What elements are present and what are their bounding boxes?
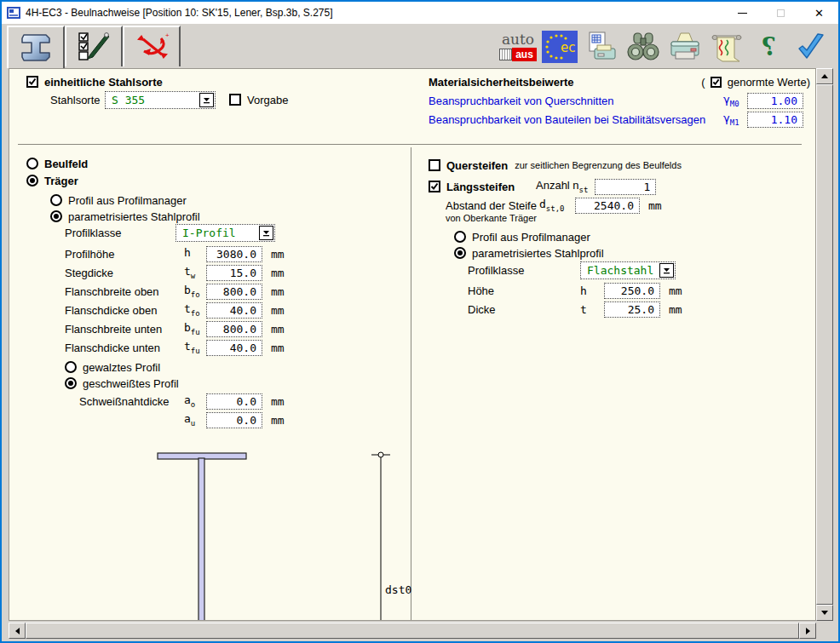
svg-text:ec: ec xyxy=(561,40,575,55)
value-field[interactable]: 3080.0 xyxy=(206,246,262,262)
abstand-note-row: von Oberkante Träger xyxy=(446,210,537,227)
genormte-werte-checkbox[interactable] xyxy=(711,77,722,88)
print-button[interactable] xyxy=(667,29,703,65)
value-field[interactable]: 0.0 xyxy=(206,412,262,428)
gamma-m1-label: Beanspruchbarkeit von Bauteilen bei Stab… xyxy=(429,113,723,126)
tab-no-calculation[interactable]: + xyxy=(123,26,181,66)
abstand-field[interactable]: 2540.0 xyxy=(575,198,640,214)
dropdown-button[interactable] xyxy=(259,226,273,240)
st-profilmanager-radio[interactable] xyxy=(454,231,466,243)
scroll-right-button[interactable] xyxy=(799,623,816,639)
st-profilklasse-value: Flachstahl xyxy=(581,264,659,277)
parametrisiert-radio[interactable] xyxy=(50,210,62,222)
st-parametrisiert-radio[interactable] xyxy=(454,247,466,259)
field-label: Flanschbreite oben xyxy=(65,285,184,298)
profilklasse-dropdown[interactable]: I-Profil xyxy=(175,224,275,242)
scroll-left-button[interactable] xyxy=(9,623,26,639)
dicke-field[interactable]: 25.0 xyxy=(604,301,660,318)
arrow-right-icon xyxy=(806,628,810,634)
stahlsorte-dropdown[interactable]: S 355 xyxy=(105,91,216,109)
minimize-icon xyxy=(738,13,747,14)
gamma-m0-field[interactable]: 1.00 xyxy=(747,93,803,109)
section-divider xyxy=(18,144,802,145)
radio-dot xyxy=(68,381,73,386)
anzahl-label: Anzahl nst xyxy=(536,179,588,194)
profilmanager-option: Profil aus Profilmanager xyxy=(50,192,187,209)
param-row-flanschdicke-unten: Flanschdicke unten tfu 40.0 mm xyxy=(65,339,285,356)
vertical-scroll-thumb[interactable] xyxy=(816,84,833,605)
quersteifen-label: Quersteifen xyxy=(446,159,508,172)
value-field[interactable]: 0.0 xyxy=(206,393,262,410)
auto-aus-button[interactable]: auto aus xyxy=(500,29,536,65)
no-calculation-icon: + xyxy=(133,31,170,63)
gamma-m1-symbol: γM1 xyxy=(723,112,747,127)
eurocode-button[interactable]: ec xyxy=(542,29,578,65)
dropdown-button[interactable] xyxy=(659,263,674,278)
einheitliche-stahlsorte-checkbox[interactable] xyxy=(26,76,38,88)
beulfeld-radio[interactable] xyxy=(26,158,38,169)
quersteifen-note: zur seitlichen Begrenzung des Beulfelds xyxy=(515,160,682,170)
scrollbar-corner xyxy=(816,623,833,639)
field-label: Profilhöhe xyxy=(65,248,184,261)
parametrisiert-option: parametrisiertes Stahlprofil xyxy=(50,208,200,225)
abstand-symbol: dst,0 xyxy=(539,198,575,213)
st-hoehe-row: Höhe h 250.0 mm xyxy=(468,282,682,299)
st-profilklasse-label: Profilklasse xyxy=(468,264,580,277)
maximize-button[interactable] xyxy=(762,2,800,24)
profilmanager-label: Profil aus Profilmanager xyxy=(68,194,187,207)
quersteifen-checkbox[interactable] xyxy=(429,159,440,171)
value-field[interactable]: 40.0 xyxy=(206,340,262,356)
aus-label: aus xyxy=(512,48,537,61)
gewalzt-radio[interactable] xyxy=(65,361,77,373)
profilklasse-label: Profilklasse xyxy=(65,227,175,239)
tab-steel-profile[interactable] xyxy=(7,26,65,68)
st-parametrisiert-label: parametrisiertes Stahlprofil xyxy=(472,247,604,260)
st-profilmanager-option: Profil aus Profilmanager xyxy=(454,228,590,245)
value-field[interactable]: 800.0 xyxy=(206,284,262,300)
traeger-radio[interactable] xyxy=(26,175,38,187)
param-row-profilhoehe: Profilhöhe h 3080.0 mm xyxy=(65,245,285,262)
printer-icon xyxy=(667,30,703,64)
protocol-button[interactable] xyxy=(709,29,745,65)
steel-profile-icon xyxy=(17,32,55,64)
symbol: tfu xyxy=(184,340,206,355)
symbol: au xyxy=(184,412,206,428)
anzahl-field[interactable]: 1 xyxy=(595,179,656,195)
help-icon: ? xyxy=(762,32,776,61)
value-field[interactable]: 800.0 xyxy=(206,321,262,337)
st-profilklasse-dropdown[interactable]: Flachstahl xyxy=(580,261,676,279)
print-preview-button[interactable] xyxy=(584,29,619,65)
param-row-flanschbreite-oben: Flanschbreite oben bfo 800.0 mm xyxy=(65,283,285,300)
app-icon xyxy=(7,6,20,20)
vertical-scrollbar[interactable] xyxy=(816,68,833,621)
hoehe-field[interactable]: 250.0 xyxy=(604,283,660,299)
param-row-flanschbreite-unten: Flanschbreite unten bfu 800.0 mm xyxy=(65,320,285,337)
scroll-up-button[interactable] xyxy=(816,68,833,84)
traeger-option: Träger xyxy=(26,172,78,189)
horizontal-scroll-thumb[interactable] xyxy=(26,623,799,639)
tab-check-edit[interactable] xyxy=(65,26,123,66)
laengssteifen-checkbox[interactable] xyxy=(429,181,440,192)
scroll-down-button[interactable] xyxy=(816,605,833,621)
profilmanager-radio[interactable] xyxy=(50,194,62,206)
horizontal-scrollbar[interactable] xyxy=(9,623,816,639)
unified-steel-label: einheitliche Stahlsorte xyxy=(44,76,163,89)
help-button[interactable]: ? xyxy=(751,29,786,65)
web-shape xyxy=(198,458,204,621)
dropdown-button[interactable] xyxy=(199,93,214,107)
unit-label: mm xyxy=(271,267,285,279)
gamma-m1-field[interactable]: 1.10 xyxy=(747,112,803,128)
close-button[interactable]: ✕ xyxy=(800,2,838,24)
search-button[interactable] xyxy=(625,29,661,65)
value-field[interactable]: 15.0 xyxy=(206,265,262,281)
stahlsorte-row: Stahlsorte S 355 Vorgabe xyxy=(50,91,288,108)
value-field[interactable]: 40.0 xyxy=(206,302,262,319)
geschweisst-radio[interactable] xyxy=(65,377,77,389)
minimize-button[interactable] xyxy=(723,2,762,24)
vorgabe-checkbox[interactable] xyxy=(229,94,241,106)
unit-label: mm xyxy=(271,323,285,336)
confirm-button[interactable] xyxy=(792,29,828,65)
laengssteifen-label: Längssteifen xyxy=(446,181,536,193)
check-edit-icon xyxy=(75,31,112,63)
toolbar: + auto aus xyxy=(2,24,838,68)
